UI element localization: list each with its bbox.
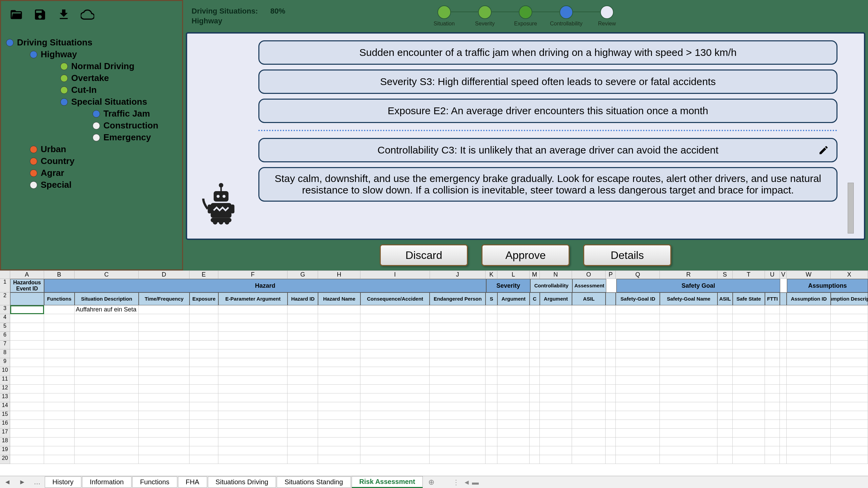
cell[interactable]: [606, 314, 616, 323]
cell[interactable]: [831, 429, 868, 438]
step-severity[interactable]: Severity: [465, 5, 505, 27]
cell[interactable]: [10, 376, 44, 385]
cell[interactable]: [360, 341, 430, 349]
sheet-tab-history[interactable]: History: [45, 476, 81, 488]
cell[interactable]: [190, 385, 218, 393]
cell[interactable]: [360, 323, 430, 332]
cell[interactable]: [10, 341, 44, 349]
cell[interactable]: [831, 376, 868, 385]
cell[interactable]: [606, 305, 616, 314]
cell[interactable]: [318, 393, 360, 402]
cell[interactable]: [44, 420, 75, 429]
cell[interactable]: [190, 358, 218, 367]
cell[interactable]: [572, 438, 606, 446]
cell[interactable]: [765, 376, 780, 385]
cell[interactable]: [717, 305, 733, 314]
cell[interactable]: Auffahren auf ein Seta: [75, 305, 139, 314]
row-number[interactable]: 9: [0, 358, 10, 367]
cell[interactable]: [497, 341, 530, 349]
cell[interactable]: [530, 341, 540, 349]
cell[interactable]: [660, 438, 717, 446]
cell[interactable]: [486, 341, 497, 349]
cell[interactable]: [616, 358, 660, 367]
cell[interactable]: [660, 393, 717, 402]
cell[interactable]: [486, 411, 497, 420]
cell[interactable]: [733, 305, 765, 314]
cell[interactable]: [787, 438, 831, 446]
cell[interactable]: [765, 411, 780, 420]
cell[interactable]: [486, 376, 497, 385]
col-header[interactable]: C: [75, 271, 139, 279]
cell[interactable]: [218, 349, 288, 358]
cell[interactable]: [139, 305, 190, 314]
cell[interactable]: [530, 376, 540, 385]
cell[interactable]: [530, 305, 540, 314]
row-number[interactable]: 16: [0, 420, 10, 429]
cell[interactable]: [606, 402, 616, 411]
row-number[interactable]: 5: [0, 323, 10, 332]
grid[interactable]: 1HazardousEvent IDHazardSeverityControll…: [0, 279, 868, 476]
cell[interactable]: [733, 323, 765, 332]
cell[interactable]: [733, 411, 765, 420]
cell[interactable]: [540, 438, 572, 446]
cell[interactable]: [606, 438, 616, 446]
cell[interactable]: [780, 438, 787, 446]
cell[interactable]: [360, 385, 430, 393]
cell[interactable]: [733, 314, 765, 323]
cell[interactable]: [831, 332, 868, 341]
cell[interactable]: [218, 323, 288, 332]
cell[interactable]: [44, 402, 75, 411]
cell[interactable]: [360, 314, 430, 323]
cell[interactable]: [190, 323, 218, 332]
tree-node-normal-driving[interactable]: Normal Driving: [6, 60, 177, 72]
cell[interactable]: [139, 420, 190, 429]
cell[interactable]: [430, 393, 486, 402]
cell[interactable]: [44, 376, 75, 385]
cell[interactable]: [831, 411, 868, 420]
save-icon[interactable]: [33, 8, 47, 21]
cell[interactable]: [218, 411, 288, 420]
cell[interactable]: [540, 349, 572, 358]
cell[interactable]: [318, 420, 360, 429]
cell[interactable]: [765, 420, 780, 429]
cell[interactable]: [318, 314, 360, 323]
cell[interactable]: [288, 411, 318, 420]
col-header[interactable]: G: [288, 271, 318, 279]
cell[interactable]: [430, 446, 486, 455]
cell[interactable]: [44, 314, 75, 323]
cell[interactable]: [765, 349, 780, 358]
cell[interactable]: [486, 455, 497, 464]
cell[interactable]: [606, 376, 616, 385]
cell[interactable]: [75, 446, 139, 455]
cell[interactable]: [318, 305, 360, 314]
cell[interactable]: [430, 438, 486, 446]
cell[interactable]: [360, 420, 430, 429]
cell[interactable]: [44, 323, 75, 332]
col-header[interactable]: I: [360, 271, 430, 279]
cell[interactable]: [10, 455, 44, 464]
cell[interactable]: [530, 411, 540, 420]
cell[interactable]: [733, 438, 765, 446]
cell[interactable]: [717, 455, 733, 464]
cell[interactable]: [717, 385, 733, 393]
cell[interactable]: [190, 314, 218, 323]
cell[interactable]: [616, 438, 660, 446]
cell[interactable]: [497, 438, 530, 446]
cell[interactable]: [10, 411, 44, 420]
cell[interactable]: [616, 367, 660, 376]
cell[interactable]: [530, 314, 540, 323]
cell[interactable]: [733, 332, 765, 341]
cell[interactable]: [765, 358, 780, 367]
cell[interactable]: [75, 367, 139, 376]
cell[interactable]: [497, 420, 530, 429]
col-header[interactable]: X: [831, 271, 868, 279]
sheet-tab-situations-standing[interactable]: Situations Standing: [277, 476, 351, 488]
cell[interactable]: [530, 349, 540, 358]
cell[interactable]: [530, 446, 540, 455]
cell[interactable]: [497, 455, 530, 464]
cell[interactable]: [360, 376, 430, 385]
cell[interactable]: [44, 305, 75, 314]
cell[interactable]: [530, 332, 540, 341]
cell[interactable]: [318, 385, 360, 393]
cell[interactable]: [139, 446, 190, 455]
